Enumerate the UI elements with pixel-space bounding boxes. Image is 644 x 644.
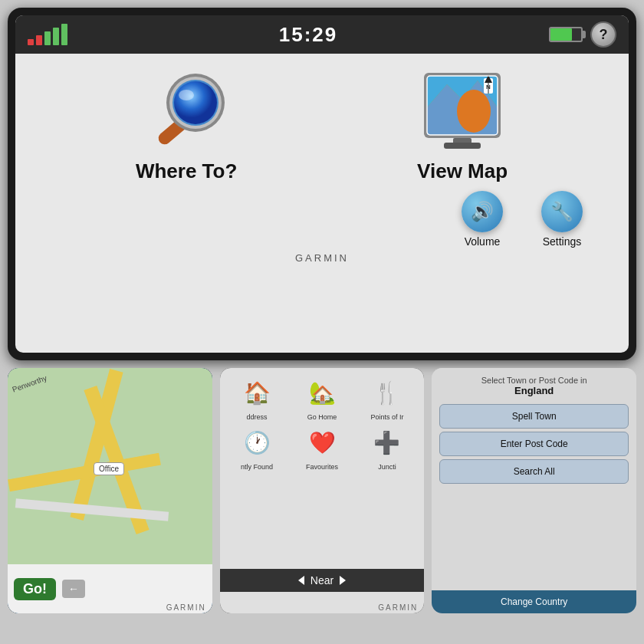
map-panel: Penworthy Office Go! ← GARMIN [8,368,212,613]
recently-found-icon: 🕐 [237,424,277,461]
search-all-option[interactable]: Search All [439,459,629,484]
office-label: Office [94,462,124,475]
select-header: Select Town or Post Code in England [432,368,636,401]
menu-points-interest[interactable]: 🍴 Points of Ir [356,374,418,421]
help-button[interactable]: ? [590,21,616,48]
bottom-buttons: 🔊 Volume 🔧 Settings [15,183,629,248]
signal-bars [28,24,67,45]
map-icon: N [416,69,508,153]
bar2 [36,35,42,45]
menu-go-home[interactable]: 🏡 Go Home [291,374,353,421]
battery-help-group: ? [549,21,616,48]
view-map-label: View Map [417,159,508,183]
place-label: Penworthy [12,373,48,393]
menu-panel-inner: 🏠 ddress 🏡 Go Home 🍴 Points of Ir 🕐 ntly… [220,368,425,613]
back-button[interactable]: ← [62,580,85,598]
view-map-button[interactable]: N View Map [416,69,508,183]
road-4 [15,498,169,521]
near-arrow-left [298,576,304,585]
battery-fill [550,28,572,41]
spell-town-option[interactable]: Spell Town [439,404,629,429]
menu-panel: 🏠 ddress 🏡 Go Home 🍴 Points of Ir 🕐 ntly… [220,368,425,613]
menu-junction[interactable]: ➕ Juncti [356,424,418,471]
go-home-icon: 🏡 [302,374,342,411]
svg-point-5 [179,90,194,100]
bar3 [44,31,51,45]
go-button[interactable]: Go! [14,578,56,600]
volume-button[interactable]: 🔊 Volume [462,191,503,248]
select-panel: Select Town or Post Code in England Spel… [432,368,636,613]
points-interest-icon: 🍴 [367,374,407,411]
select-panel-inner: Select Town or Post Code in England Spel… [432,368,636,613]
favourites-icon: ❤️ [302,424,342,461]
junction-icon: ➕ [367,424,407,461]
svg-point-10 [457,90,491,133]
near-bar[interactable]: Near [220,569,425,592]
svg-rect-17 [444,143,481,149]
top-screen: 15:29 ? [15,15,629,353]
select-header-line1: Select Town or Post Code in [441,376,627,385]
bar5 [61,24,67,45]
recently-found-label: ntly Found [241,463,273,471]
menu-address[interactable]: 🏠 ddress [226,374,288,421]
favourites-label: Favourites [306,463,338,471]
map-background: Penworthy Office [8,368,212,564]
address-label: ddress [247,413,268,421]
where-to-label: Where To? [136,159,237,183]
address-icon: 🏠 [237,374,277,411]
garmin-brand-map: GARMIN [166,603,206,612]
junction-label: Juncti [378,463,396,471]
settings-label: Settings [543,235,582,248]
volume-icon: 🔊 [462,191,503,232]
select-country: England [441,385,627,396]
bar4 [53,28,59,45]
near-label: Near [310,574,334,586]
enter-post-code-option[interactable]: Enter Post Code [439,432,629,456]
battery-indicator [549,27,583,42]
points-interest-label: Points of Ir [370,413,403,421]
status-bar: 15:29 ? [15,15,629,54]
garmin-footer-top: GARMIN [15,248,629,268]
garmin-brand-menu: GARMIN [378,603,418,612]
settings-icon: 🔧 [541,191,583,232]
menu-grid: 🏠 ddress 🏡 Go Home 🍴 Points of Ir 🕐 ntly… [220,368,425,477]
go-home-label: Go Home [307,413,337,421]
change-country-button[interactable]: Change Country [432,590,636,613]
top-garmin-device: 15:29 ? [8,8,636,360]
time-display: 15:29 [279,23,338,47]
menu-recently-found[interactable]: 🕐 ntly Found [226,424,288,471]
menu-favourites[interactable]: ❤️ Favourites [291,424,353,471]
where-to-button[interactable]: Where To? [136,69,237,183]
svg-point-4 [174,81,217,124]
settings-button[interactable]: 🔧 Settings [541,191,583,248]
near-arrow-right [340,576,346,585]
select-options-list: Spell Town Enter Post Code Search All [432,401,636,487]
bar1 [28,39,34,45]
main-menu: Where To? [15,54,629,183]
magnifier-icon [140,69,232,153]
bottom-row: Penworthy Office Go! ← GARMIN 🏠 ddress [0,360,644,613]
volume-label: Volume [465,235,501,248]
